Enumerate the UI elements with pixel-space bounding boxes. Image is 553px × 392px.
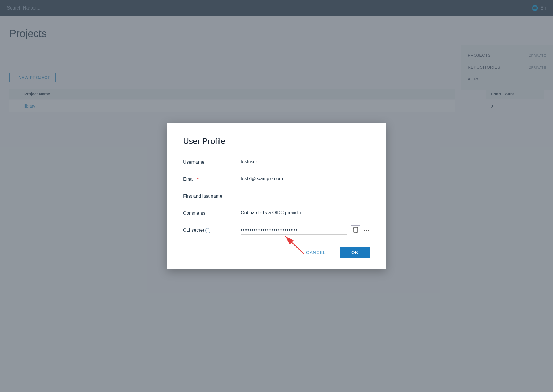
user-profile-modal: User Profile Username Email * First and … (167, 123, 386, 270)
comments-label: Comments (183, 208, 241, 216)
modal-title: User Profile (183, 137, 370, 146)
username-input-wrap (241, 157, 370, 166)
more-options-icon[interactable]: ··· (364, 227, 370, 233)
cli-secret-controls: •••••••••••••••••••••••••• ··· (241, 225, 370, 235)
email-label: Email * (183, 174, 241, 182)
username-label: Username (183, 157, 241, 165)
cli-secret-input-wrap: •••••••••••••••••••••••••• ··· (241, 225, 370, 235)
fullname-row: First and last name (183, 191, 370, 200)
modal-footer: CANCEL OK (183, 247, 370, 258)
username-input[interactable] (241, 157, 370, 166)
ok-button[interactable]: OK (340, 247, 370, 258)
comments-row: Comments (183, 208, 370, 217)
svg-rect-1 (354, 227, 358, 232)
email-input-wrap (241, 174, 370, 183)
cli-secret-dots: •••••••••••••••••••••••••• (241, 226, 347, 235)
info-icon[interactable]: i (205, 228, 210, 233)
fullname-label: First and last name (183, 191, 241, 199)
modal-overlay: User Profile Username Email * First and … (0, 0, 553, 392)
cli-secret-label: CLI secret i (183, 225, 241, 233)
fullname-input[interactable] (241, 191, 370, 200)
required-star: * (197, 177, 199, 182)
email-row: Email * (183, 174, 370, 183)
cancel-button[interactable]: CANCEL (297, 247, 335, 258)
username-row: Username (183, 157, 370, 166)
copy-icon (353, 227, 358, 233)
cli-secret-row: CLI secret i •••••••••••••••••••••••••• … (183, 225, 370, 235)
email-input[interactable] (241, 174, 370, 183)
fullname-input-wrap (241, 191, 370, 200)
comments-input[interactable] (241, 208, 370, 217)
comments-input-wrap (241, 208, 370, 217)
copy-secret-button[interactable] (351, 225, 360, 235)
